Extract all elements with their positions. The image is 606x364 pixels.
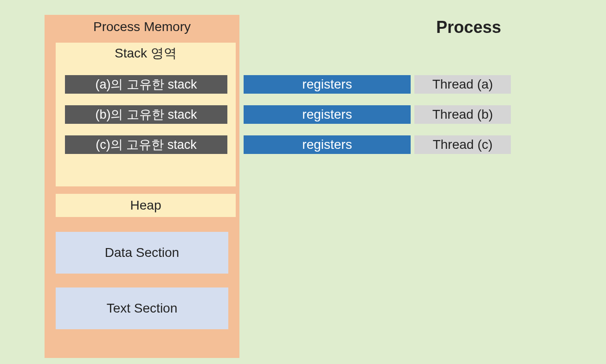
thread-b-label: Thread (b) [432, 107, 493, 122]
registers-a: registers [244, 75, 411, 94]
thread-c: Thread (c) [414, 135, 511, 154]
stack-area-title: Stack 영역 [115, 43, 177, 66]
thread-c-label: Thread (c) [432, 137, 492, 152]
process-title: Process [436, 18, 501, 37]
registers-c: registers [244, 135, 411, 154]
text-section-label: Text Section [107, 301, 178, 316]
data-section-box: Data Section [56, 232, 228, 274]
heap-label: Heap [130, 198, 161, 213]
registers-c-label: registers [302, 137, 352, 152]
stack-row-a: (a)의 고유한 stack [65, 75, 227, 94]
heap-box: Heap [56, 194, 236, 217]
stack-row-a-label: (a)의 고유한 stack [95, 76, 197, 93]
thread-b: Thread (b) [414, 105, 511, 124]
stack-row-c: (c)의 고유한 stack [65, 135, 227, 154]
process-memory-title: Process Memory [93, 15, 191, 37]
data-section-label: Data Section [105, 245, 179, 260]
stack-row-b-label: (b)의 고유한 stack [95, 106, 197, 123]
diagram-canvas: Process Process Memory Stack 영역 (a)의 고유한… [0, 0, 606, 364]
thread-a-label: Thread (a) [432, 77, 493, 92]
stack-row-b: (b)의 고유한 stack [65, 105, 227, 124]
registers-b-label: registers [302, 107, 352, 122]
thread-a: Thread (a) [414, 75, 511, 94]
text-section-box: Text Section [56, 287, 228, 329]
stack-row-c-label: (c)의 고유한 stack [96, 136, 197, 153]
registers-b: registers [244, 105, 411, 124]
registers-a-label: registers [302, 77, 352, 92]
